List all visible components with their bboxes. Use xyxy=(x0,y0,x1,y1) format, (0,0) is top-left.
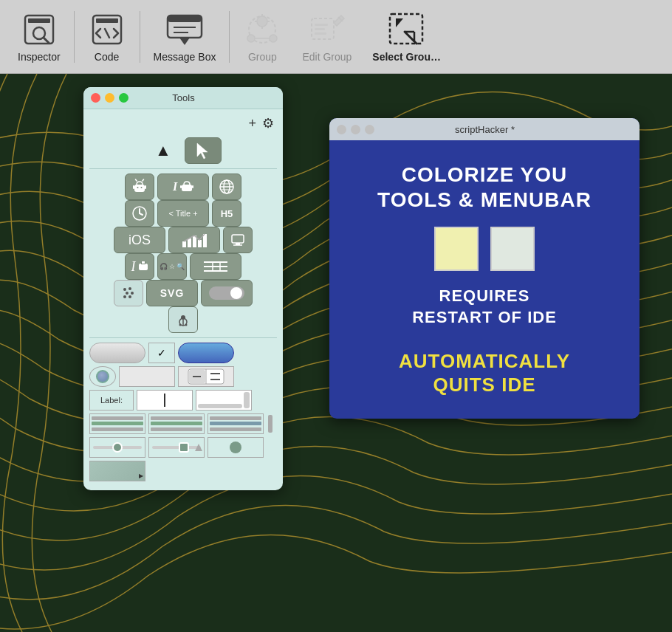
toolbar-item-code[interactable]: Code xyxy=(78,7,137,67)
svg-rect-24 xyxy=(315,24,328,26)
radio-widget[interactable] xyxy=(89,366,116,387)
svg-rect-35 xyxy=(133,185,134,189)
scrollview-widget[interactable] xyxy=(196,390,252,411)
svg-rect-52 xyxy=(182,241,186,247)
toolbar-divider-1 xyxy=(74,11,75,63)
stepper-widget[interactable] xyxy=(178,366,234,387)
svg-rect-62 xyxy=(142,261,145,264)
svg-point-79 xyxy=(179,324,182,326)
tools-topbar: + ⚙ xyxy=(89,115,277,131)
table-widget-2[interactable] xyxy=(148,413,205,434)
svg-rect-42 xyxy=(180,185,182,188)
sh-requires: REQUIRES RESTART OF IDE xyxy=(412,286,557,328)
text-mac-btn[interactable]: I xyxy=(125,253,154,280)
scripthacker-title: scriptHacker * xyxy=(337,124,632,135)
message-box-icon xyxy=(166,11,203,48)
aqua-btn-widget[interactable] xyxy=(178,343,234,363)
tools-row-5: SVG xyxy=(89,280,277,306)
text-rect-widget[interactable] xyxy=(119,366,175,387)
code-icon xyxy=(89,11,126,48)
label-widget[interactable]: Label: xyxy=(89,390,134,411)
dots-btn[interactable] xyxy=(114,280,143,306)
android-btn[interactable] xyxy=(125,174,154,200)
tools-row-cursors: ▲ xyxy=(89,137,277,164)
oval-btn-widget[interactable] xyxy=(89,343,145,363)
slider-widget-1[interactable] xyxy=(89,437,145,458)
widget-row-3: Label: xyxy=(89,390,277,411)
tools-content: + ⚙ ▲ xyxy=(83,109,283,490)
svg-rect-36 xyxy=(145,185,146,189)
chart-btn[interactable] xyxy=(168,227,220,253)
svg-point-69 xyxy=(128,287,131,290)
toolbar-item-message-box[interactable]: Message Box xyxy=(143,7,227,67)
picker-widget[interactable] xyxy=(208,437,264,458)
svg-point-20 xyxy=(270,35,277,42)
widget-row-2 xyxy=(89,366,277,387)
select-group-icon xyxy=(388,11,425,48)
svg-marker-28 xyxy=(396,18,403,27)
checkbox-widget[interactable]: ✓ xyxy=(148,343,175,363)
toolbar-item-inspector[interactable]: Inspector xyxy=(7,7,71,67)
sh-line2: TOOLS & MENUBAR xyxy=(377,188,592,211)
svg-rect-55 xyxy=(198,240,202,247)
svg-marker-32 xyxy=(197,143,208,159)
svg-rect-56 xyxy=(203,234,207,247)
toolbar-item-group[interactable]: Group xyxy=(233,7,292,67)
toolbar: Inspector Code Message Box xyxy=(0,0,672,74)
svg-rect-34 xyxy=(134,185,145,192)
widget-row-1: ✓ xyxy=(89,343,277,363)
textfield-widget[interactable] xyxy=(137,390,193,411)
svg-line-51 xyxy=(140,213,143,215)
cursor-tool[interactable]: ▲ xyxy=(145,137,182,164)
table-widget-1[interactable] xyxy=(89,413,145,434)
message-box-label: Message Box xyxy=(154,51,216,63)
svg-point-72 xyxy=(123,295,126,298)
svg-line-40 xyxy=(143,179,144,181)
svg-rect-25 xyxy=(315,28,325,30)
toggle-btn[interactable] xyxy=(201,280,253,306)
ios-btn[interactable]: iOS xyxy=(114,227,165,253)
tools-row-4: I 🎧☆🔍 xyxy=(89,253,277,280)
table-widget-3[interactable] xyxy=(208,413,264,434)
tools-separator-1 xyxy=(89,168,277,169)
tools-row-3: iOS xyxy=(89,227,277,253)
sh-headline: COLORIZE YOU TOOLS & MENUBAR xyxy=(377,162,592,212)
widget-row-4 xyxy=(89,413,277,434)
link-btn[interactable] xyxy=(168,306,198,333)
headphones-star-btn[interactable]: 🎧☆🔍 xyxy=(157,253,187,280)
image-widget[interactable]: ▶ xyxy=(89,461,145,481)
sh-swatch-2[interactable] xyxy=(490,227,535,271)
svg-line-7 xyxy=(105,29,109,38)
widget-row-6: ▶ xyxy=(89,461,277,481)
svg-point-70 xyxy=(126,292,128,295)
svg-rect-57 xyxy=(232,235,244,243)
html5-btn[interactable]: H5 xyxy=(212,200,241,227)
sh-auto: AUTOMATICALLY QUITS IDE xyxy=(399,350,570,396)
globe-btn[interactable] xyxy=(212,174,241,200)
toolbar-item-select-group[interactable]: Select Grou… xyxy=(362,7,451,67)
tools-titlebar: Tools xyxy=(83,87,283,109)
add-tool-button[interactable]: + xyxy=(248,115,256,131)
cursor-dotted-tool[interactable] xyxy=(185,137,222,164)
svg-rect-43 xyxy=(192,185,193,188)
group-label: Group xyxy=(248,51,277,63)
svg-marker-87 xyxy=(195,444,202,451)
tools-row-2: < Title + H5 xyxy=(89,200,277,227)
toolbar-divider-3 xyxy=(229,11,230,63)
list-btn[interactable] xyxy=(190,253,241,280)
toolbar-item-edit-group[interactable]: Edit Group xyxy=(292,7,362,67)
svg-rect-6 xyxy=(96,18,118,23)
mac-btn[interactable] xyxy=(223,227,253,253)
slider-widget-2[interactable] xyxy=(148,437,205,458)
svg-point-19 xyxy=(247,35,255,42)
title-btn[interactable]: < Title + xyxy=(157,200,209,227)
svg-btn[interactable]: SVG xyxy=(146,280,198,306)
svg-rect-60 xyxy=(139,264,148,270)
sh-auto-line2: QUITS IDE xyxy=(433,374,535,396)
widget-row-5 xyxy=(89,437,277,458)
clock-btn[interactable] xyxy=(125,200,154,227)
text-android-btn[interactable]: I xyxy=(157,174,209,200)
sh-requires-line1: REQUIRES xyxy=(439,286,530,305)
settings-button[interactable]: ⚙ xyxy=(262,115,274,131)
sh-swatch-1[interactable] xyxy=(434,227,479,271)
